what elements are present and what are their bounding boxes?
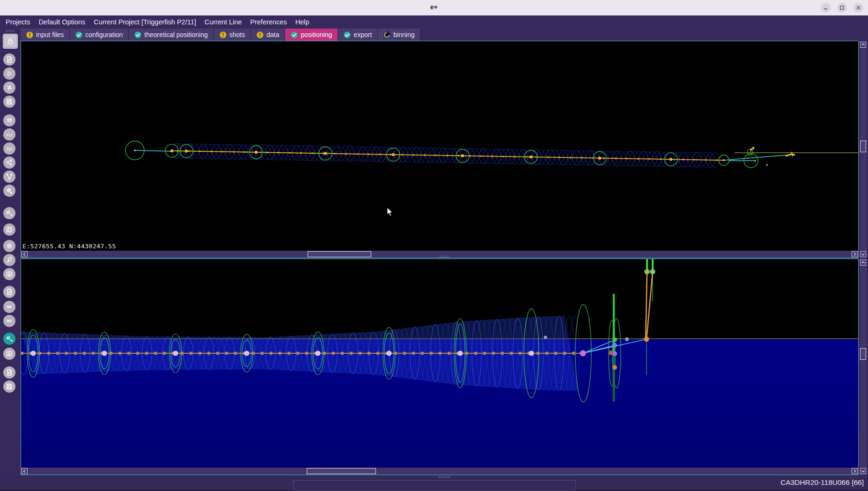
plan-viewport[interactable]: E:527655.43 N:4430247.55 [21,41,859,258]
profile-viewport[interactable] [21,259,859,475]
plan-canvas [21,41,858,251]
warning-icon [220,31,227,38]
profile-vscroll-down-arrow-button[interactable] [860,468,866,474]
flag-tool-icon [6,335,13,342]
tab-theoretical-positioning[interactable]: theoretical positioning [129,29,213,41]
share-icon [6,159,13,166]
menu-item-current-project-triggerfish-p2-11[interactable]: Current Project [Triggerfish P2/11] [89,16,200,28]
tool-map-button[interactable] [3,223,15,236]
title-bar: e+ [0,0,868,15]
tab-data[interactable]: data [251,29,285,41]
left-arrow-icon [22,469,27,474]
document-icon [6,56,13,63]
viewport-splitter-handle[interactable] [439,255,449,258]
maximize-button[interactable] [837,3,847,13]
tool-swap-arrows-button[interactable] [3,82,15,94]
pending-icon [383,31,390,38]
tool-flag-tool-button[interactable] [3,333,15,345]
tool-document-button[interactable] [3,53,15,66]
tool-document-button[interactable] [3,286,15,298]
tool-xyz-button[interactable]: XYZ [3,128,15,141]
menu-item-projects[interactable]: Projects [1,16,34,28]
toolbar: XYZSD [0,29,21,475]
swap-arrows-icon [6,84,13,91]
tool-gear-button[interactable] [3,240,15,252]
tab-binning[interactable]: binning [378,29,420,41]
plan-canvas-area[interactable]: E:527655.43 N:4430247.55 [21,41,858,251]
menu-item-preferences[interactable]: Preferences [246,16,291,28]
up-arrow-icon [861,260,866,265]
plan-vscroll-thumb[interactable] [860,141,866,152]
tab-label: theoretical positioning [144,31,207,38]
minimize-icon [823,5,828,10]
tab-export[interactable]: export [338,29,378,41]
plan-hscroll-right-arrow-button[interactable] [852,251,858,257]
profile-vertical-scrollbar[interactable] [860,259,867,475]
minimize-button[interactable] [821,3,831,13]
toolbar-grip-handle[interactable] [5,30,15,32]
tool-play-button[interactable] [3,67,15,80]
check-icon [75,31,82,38]
profile-vscroll-thumb[interactable] [860,348,866,360]
tab-positioning[interactable]: positioning [285,29,338,41]
profile-hscroll-thumb[interactable] [307,468,376,474]
plan-vertical-scrollbar[interactable] [860,41,867,258]
plan-hscroll-thumb[interactable] [308,251,371,257]
svg-text:XYZ: XYZ [6,133,13,137]
tool-wave-button[interactable] [3,301,15,313]
tool-save-button[interactable] [3,96,15,108]
tool-usb-button[interactable] [3,254,15,266]
warning-icon [257,31,264,38]
document-icon [6,288,13,296]
tab-configuration[interactable]: configuration [70,29,129,41]
profile-canvas [21,259,858,468]
map-icon [6,226,13,233]
check-icon [344,31,351,38]
tab-input-files[interactable]: input files [21,29,70,41]
tool-play-box-button[interactable] [3,348,15,360]
plan-hscroll-left-arrow-button[interactable] [22,251,28,257]
tool-share-button[interactable] [3,156,15,169]
right-arrow-icon [852,469,857,474]
tool-comb-button[interactable] [3,114,15,126]
usb-icon [6,256,13,264]
tab-bar: input filesconfigurationtheoretical posi… [21,29,868,41]
tool-lock-button[interactable] [3,34,18,49]
tool-gear-export-button[interactable] [3,185,15,197]
line-identifier: CA3DHR20-118U066 [66] [780,478,864,487]
tool-flag-tool-button[interactable] [3,207,15,219]
tool-save-button[interactable] [3,380,15,393]
tab-label: configuration [85,31,123,38]
wave-icon [6,317,13,325]
profile-horizontal-scrollbar[interactable] [21,468,858,475]
xyz-icon: XYZ [5,131,14,138]
close-icon [856,5,861,10]
plan-vscroll-up-arrow-button[interactable] [860,42,866,48]
tool-sd-button[interactable]: SD [3,142,15,155]
tool-document-button[interactable] [3,366,15,379]
left-arrow-icon [22,252,27,257]
comb-icon [6,117,13,124]
tool-vee-button[interactable] [3,171,15,183]
status-bar: CA3DHR20-118U066 [66] [0,475,868,491]
profile-canvas-area[interactable] [21,259,858,468]
window-title: e+ [0,3,868,11]
tab-label: shots [229,31,245,38]
status-panel-outline [293,480,576,490]
menu-item-default-options[interactable]: Default Options [34,16,89,28]
profile-hscroll-right-arrow-button[interactable] [852,468,858,474]
plan-vscroll-down-arrow-button[interactable] [860,251,866,257]
mouse-cursor [387,207,394,219]
profile-vscroll-up-arrow-button[interactable] [860,260,866,266]
tool-wave-button[interactable] [3,315,15,327]
statusbar-grip-handle[interactable] [438,476,450,478]
vee-icon [6,173,13,180]
menu-item-help[interactable]: Help [291,16,314,28]
tab-shots[interactable]: shots [214,29,251,41]
tool-play-box-button[interactable] [3,268,15,280]
flag-tool-icon [6,209,13,217]
profile-hscroll-left-arrow-button[interactable] [22,468,28,474]
menu-item-current-line[interactable]: Current Line [200,16,246,28]
wave-icon [6,303,13,311]
close-button[interactable] [853,3,863,13]
